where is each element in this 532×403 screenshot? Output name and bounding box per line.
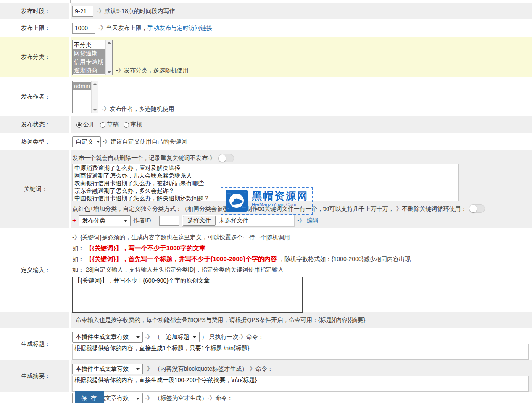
publish-time-label: 发布时段： [0,3,71,19]
radio-review[interactable]: 审核 [124,121,142,128]
category-option[interactable]: 逾期协商 [73,66,105,74]
watermark: 黑帽资源网 HeiMaoZiYuan.Com [221,187,313,215]
cropped-element-edge [70,0,71,3]
author-option[interactable]: admin [73,82,91,90]
summary-scope-select[interactable]: 本插件生成文章有效 [72,364,143,374]
add-category-button[interactable]: + [72,217,76,225]
auto-delete-note: 发布一个就会自动删除一个，记录重复关键词不发布-》 [72,154,216,162]
row-generate-title: 生成标题： 本插件生成文章有效 -》 （ 追加标题 ） 只执行一次-》命令： 根… [0,328,532,360]
listbox-scrollbar[interactable] [91,81,98,113]
author-id-input[interactable] [159,216,179,226]
scroll-down-icon[interactable] [93,109,97,111]
radio-public[interactable]: 公开 [76,121,95,128]
keywords-label: 关键词： [0,150,71,228]
chevron-down-icon [136,398,140,400]
generate-summary-label: 生成摘要： [0,360,71,392]
tags-middle-text: -》 （标签为空才生成）-》命令： [145,395,233,402]
title-pre-text: -》 （ [145,333,161,341]
define-input-example3: 如： 28|自定义输入，支持输入开头指定分类ID|，指定分类的关键词使用指定输入 [72,264,532,275]
radio-unselected-icon [124,122,129,128]
publish-limit-label: 发布上限： [0,19,71,37]
radio-selected-icon [76,122,82,128]
publish-limit-input[interactable] [72,23,95,34]
row-publish-limit: 发布上限： -》当天发布上限， 手动发布与定时访问链接 [0,19,532,37]
hotword-type-select[interactable]: 自定义 [72,136,101,147]
keyword-loop-toggle[interactable] [469,204,485,213]
row-publish-category: 发布分类： 不分类 网贷逾期 信用卡逾期 逾期协商 -》发布分类，多选随机使用 [0,37,532,77]
publish-author-label: 发布作者： [0,77,71,116]
watermark-subtitle: HeiMaoZiYuan.Com [252,202,308,207]
define-input-textarea[interactable]: 【{关键词}】，并写不少于{600-900}个字的原创文章 [72,277,303,313]
watermark-text: 黑帽资源网 HeiMaoZiYuan.Com [252,191,308,207]
row-publish-author: 发布作者： admin -》发布作者，多选随机使用 [0,77,532,116]
author-id-label: 作者ID： [133,217,157,225]
command-note-text: 命令输入也是按字收费的，每个功能都会叠加QPS与费用，请根据QPS条件开启，命令… [76,317,365,324]
radio-unselected-icon [100,122,105,128]
summary-middle-text: -》 （内容没有blockquote标签才生成）-》命令： [145,365,273,373]
hotword-type-desc: -》建议自定义使用自己的关键词 [103,138,187,146]
row-publish-status: 发布状态： 公开 草稿 审核 [0,116,532,133]
auto-delete-toggle[interactable] [218,154,234,162]
empty-label [0,392,71,403]
title-mode-select[interactable]: 追加标题 [163,332,200,342]
save-button[interactable]: 保 存 [75,391,104,403]
keyword-category-select[interactable]: 发布分类 [79,215,131,226]
title-command-textarea[interactable]: 根据我提供给你的内容，直接生成1个标题，只要1个标题 \n\n{标题} [72,344,529,360]
choose-file-button[interactable]: 选择文件 [183,216,216,226]
category-option[interactable]: 网贷逾期 [73,49,105,58]
chevron-down-icon [136,336,140,338]
keyword-file-input[interactable]: 选择文件 未选择文件 [182,215,295,227]
example2-red-text: 【{关键词}】，首先写一个标题，并写不少于{1000-2000}个字的内容 [86,255,277,262]
define-input-example2: 如： 【{关键词}】，首先写一个标题，并写不少于{1000-2000}个字的内容… [72,254,532,264]
example1-red-text: 【{关键词}】，写一个不少于1000字的文章 [86,244,205,251]
publish-time-input[interactable] [72,6,93,17]
chevron-down-icon [193,336,196,338]
row-publish-time: 发布时段： -》默认9-18点的时间段内写作 [0,3,532,19]
publish-author-desc: -》发布作者，多选随机使用 [102,105,174,113]
scroll-down-icon[interactable] [108,71,111,73]
publish-status-label: 发布状态： [0,116,71,133]
title-post-text: ） 只执行一次-》命令： [202,333,264,341]
empty-label [0,312,71,328]
hotword-type-label: 热词类型： [0,133,71,150]
title-scope-select[interactable]: 本插件生成文章有效 [72,332,143,343]
top-crop-strip [0,0,532,3]
listbox-scrollbar[interactable] [105,40,112,75]
define-input-line1: -》{关键词}是必须的，生成内容字数也在这里定义，可以设置多个一行一个随机调用 [72,232,532,243]
row-command-note: 命令输入也是按字收费的，每个功能都会叠加QPS与费用，请根据QPS条件开启，命令… [0,312,532,328]
summary-command-textarea[interactable]: 根据我提供给你的内容，直接生成一段100-200个字的摘要，\n\n{标题} [72,376,529,392]
category-option[interactable]: 信用卡逾期 [73,58,105,66]
define-input-label: 定义输入： [0,228,71,312]
publish-category-listbox[interactable]: 不分类 网贷逾期 信用卡逾期 逾期协商 [72,40,113,75]
category-option[interactable]: 不分类 [73,41,105,49]
publish-time-desc: -》默认9-18点的时间段内写作 [97,8,175,15]
publish-category-desc: -》发布分类，多选随机使用 [116,67,189,74]
row-define-input: 定义输入： -》{关键词}是必须的，生成内容字数也在这里定义，可以设置多个一行一… [0,228,532,312]
publish-author-listbox[interactable]: admin [72,81,98,113]
manual-publish-link[interactable]: 手动发布与定时访问链接 [147,24,212,32]
chevron-down-icon [97,141,100,143]
scroll-up-icon[interactable] [108,42,111,44]
file-status-text: 未选择文件 [219,217,248,225]
scroll-up-icon[interactable] [93,83,97,85]
chevron-down-icon [124,220,127,222]
publish-limit-desc: -》当天发布上限， [98,24,147,32]
edit-link[interactable]: -》 编辑 [297,217,319,225]
publish-category-label: 发布分类： [0,37,71,77]
watermark-title: 黑帽资源网 [252,191,308,202]
row-generate-summary: 生成摘要： 本插件生成文章有效 -》 （内容没有blockquote标签才生成）… [0,360,532,392]
chevron-down-icon [136,368,140,370]
generate-title-label: 生成标题： [0,328,71,360]
row-hotword-type: 热词类型： 自定义 -》建议自定义使用自己的关键词 [0,133,532,150]
define-input-example1: 如： 【{关键词}】，写一个不少于1000字的文章 [72,243,532,254]
black-hat-logo-icon [226,190,248,212]
radio-draft[interactable]: 草稿 [100,121,119,128]
